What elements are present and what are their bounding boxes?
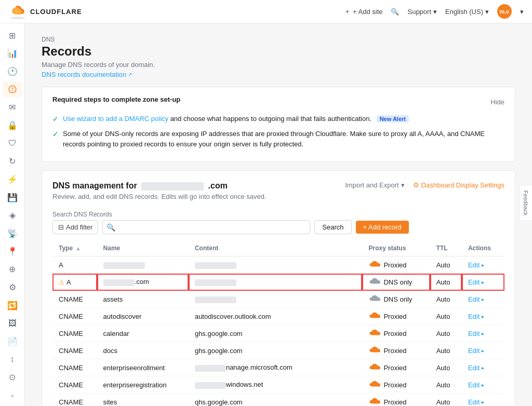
sidebar-item-dns[interactable] [3, 82, 22, 98]
cell-name: .com [97, 274, 189, 291]
cloud-icon [368, 295, 381, 303]
feedback-tab[interactable]: Feedback [519, 185, 532, 221]
action-cell: Edit ▸ [468, 347, 498, 355]
chevron-right-icon: ▸ [482, 331, 484, 336]
sidebar-item-home[interactable]: ⊞ [3, 28, 22, 44]
edit-link[interactable]: Edit [468, 278, 480, 286]
cell-actions: Edit ▸ [462, 256, 504, 274]
edit-link[interactable]: Edit [468, 398, 480, 406]
avatar[interactable]: m.c [497, 4, 512, 19]
alert-hide-button[interactable]: Hide [490, 98, 504, 106]
sidebar-item-network[interactable]: 📡 [3, 225, 22, 241]
topnav: CLOUDFLARE ＋ + Add site 🔍 Support ▾ Engl… [0, 0, 532, 23]
sidebar-item-misc[interactable]: ⊙ [3, 369, 22, 385]
edit-link[interactable]: Edit [468, 364, 480, 372]
sidebar-item-storage[interactable]: 💾 [3, 190, 22, 206]
doc-link[interactable]: DNS records documentation ↗ [42, 71, 132, 78]
page-description: Manage DNS records of your domain. [42, 61, 515, 69]
cell-content: nanage.microsoft.com [189, 359, 363, 376]
user-menu-button[interactable]: ▾ [520, 8, 524, 16]
sidebar-item-analytics[interactable]: 📊 [3, 46, 22, 62]
language-label: English (US) [445, 8, 483, 16]
cell-name: sites [97, 394, 189, 407]
proxy-badge: Proxied [368, 261, 423, 269]
cell-proxy: DNS only [362, 274, 430, 291]
cell-actions: Edit ▸ [462, 359, 504, 376]
action-cell: Edit ▸ [468, 295, 498, 303]
proxy-status-text: DNS only [383, 278, 412, 286]
sidebar-item-workers[interactable]: ⚡ [3, 171, 22, 187]
sidebar-item-rules[interactable]: ◈ [3, 208, 22, 224]
search-button[interactable]: Search [314, 220, 351, 234]
cell-name: enterpriseregistration [97, 376, 189, 394]
sidebar-item-settings[interactable]: ⚙ [3, 279, 22, 295]
add-filter-label: Add filter [66, 223, 92, 231]
globe-icon: ▾ [485, 8, 489, 16]
chevron-right-icon: ▸ [482, 348, 484, 354]
col-ttl: TTL [430, 240, 462, 256]
sidebar-item-location[interactable]: 📍 [3, 243, 22, 260]
table-row: CNAMEassets DNS only Auto Edit ▸ [52, 291, 504, 308]
cell-proxy: Proxied [362, 376, 430, 394]
cell-ttl: Auto [430, 274, 462, 291]
cell-type: CNAME [52, 308, 97, 325]
type-value: CNAME [59, 313, 83, 320]
action-cell: Edit ▸ [468, 278, 498, 286]
dmarc-link[interactable]: Use wizard to add a DMARC policy [63, 115, 168, 123]
add-filter-button[interactable]: ⊟ Add filter [52, 220, 98, 234]
table-row: CNAMEcalendarghs.google.com Proxied Auto… [52, 325, 504, 342]
language-dropdown[interactable]: English (US) ▾ [445, 8, 489, 16]
sidebar-item-activity[interactable]: 🕐 [3, 63, 22, 79]
dashboard-display-button[interactable]: ⚙ Dashboard Display Settings [413, 181, 504, 189]
sidebar-item-media[interactable]: 🖼 [3, 316, 22, 332]
sidebar-item-shield[interactable]: 🛡 [3, 136, 22, 152]
cell-actions: Edit ▸ [462, 376, 504, 394]
sidebar-item-performance[interactable]: ↻ [3, 154, 22, 170]
cell-ttl: Auto [430, 256, 462, 274]
edit-link[interactable]: Edit [468, 261, 480, 269]
cell-type: CNAME [52, 291, 97, 308]
sidebar-item-transfer[interactable]: ↕ [3, 351, 22, 368]
sidebar-expand-button[interactable]: » [3, 389, 22, 402]
search-input[interactable] [102, 220, 310, 234]
type-value: CNAME [59, 330, 83, 337]
logo[interactable]: CLOUDFLARE [8, 2, 82, 21]
sidebar-item-apps[interactable]: ⊕ [3, 262, 22, 278]
cell-ttl: Auto [430, 359, 462, 376]
redacted-name [103, 262, 145, 269]
type-value: CNAME [59, 398, 83, 406]
cloud-icon [368, 381, 381, 389]
add-site-label: + Add site [353, 8, 382, 16]
alert-box: Required steps to complete zone set-up H… [42, 87, 515, 162]
support-dropdown[interactable]: Support ▾ [407, 8, 437, 16]
cell-name: calendar [97, 325, 189, 342]
sidebar-item-email[interactable]: ✉ [3, 100, 22, 116]
edit-link[interactable]: Edit [468, 330, 480, 337]
sidebar-item-pages[interactable]: 📄 [3, 333, 22, 349]
edit-link[interactable]: Edit [468, 313, 480, 320]
cell-actions: Edit ▸ [462, 394, 504, 407]
sort-icon[interactable]: ▲ [75, 246, 81, 251]
cell-type: A [52, 256, 97, 274]
dns-management-card: DNS management for .com Review, add, and… [42, 170, 515, 406]
search-button[interactable]: 🔍 [391, 8, 399, 16]
cell-ttl: Auto [430, 342, 462, 359]
filter-icon: ⊟ [58, 223, 64, 231]
col-actions: Actions [462, 240, 504, 256]
sidebar-item-security[interactable]: 🔒 [3, 117, 22, 133]
chevron-right-icon: ▸ [482, 296, 484, 302]
cell-type: CNAME [52, 394, 97, 407]
edit-link[interactable]: Edit [468, 295, 480, 303]
edit-link[interactable]: Edit [468, 347, 480, 355]
type-value: A [66, 278, 71, 286]
add-site-button[interactable]: ＋ + Add site [344, 7, 382, 16]
sidebar-item-tunnel[interactable]: 🔁 [3, 297, 22, 314]
cell-content: autodiscover.outlook.com [189, 308, 363, 325]
redacted-content [195, 262, 236, 269]
plus-icon: ＋ [344, 7, 351, 16]
cell-proxy: Proxied [362, 308, 430, 325]
edit-link[interactable]: Edit [468, 381, 480, 389]
add-record-button[interactable]: + Add record [356, 221, 409, 234]
import-export-button[interactable]: Import and Export ▾ [345, 181, 404, 189]
col-name: Name [97, 240, 189, 256]
